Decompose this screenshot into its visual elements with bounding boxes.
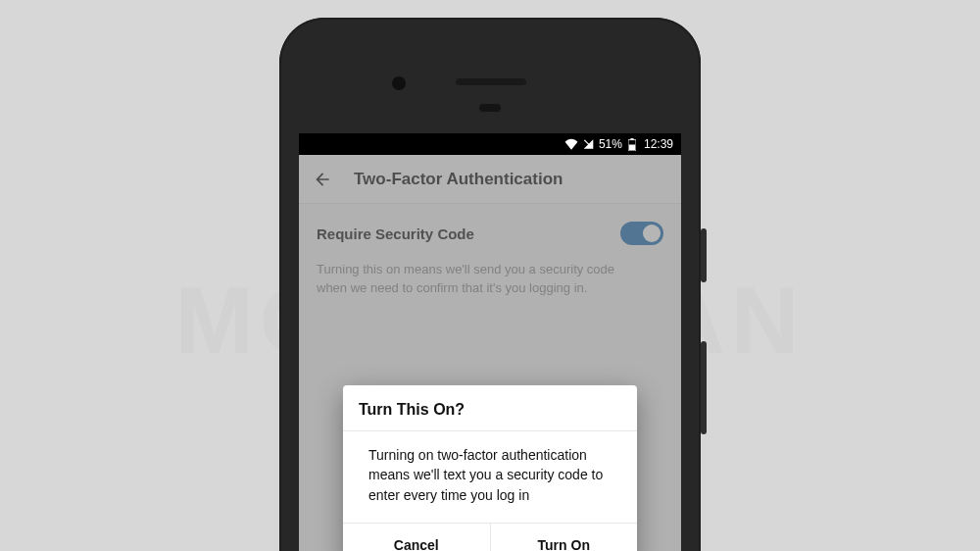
status-time: 12:39 [644, 137, 673, 151]
battery-icon [626, 138, 636, 151]
dialog-body: Turning on two-factor authentication mea… [343, 431, 637, 523]
phone-speaker [456, 78, 526, 85]
phone-frame: 51% 12:39 Two-Factor Authentication Requ… [279, 18, 701, 551]
cell-signal-icon [582, 138, 595, 150]
battery-percent: 51% [599, 137, 622, 151]
dialog-actions: Cancel Turn On [343, 523, 637, 551]
svg-rect-3 [629, 144, 635, 150]
phone-screen: 51% 12:39 Two-Factor Authentication Requ… [299, 133, 681, 551]
cancel-button[interactable]: Cancel [343, 524, 490, 551]
wifi-icon [564, 138, 578, 150]
status-bar: 51% 12:39 [299, 133, 681, 155]
dialog-title: Turn This On? [343, 385, 637, 431]
confirm-dialog: Turn This On? Turning on two-factor auth… [343, 385, 637, 551]
turn-on-button[interactable]: Turn On [490, 524, 638, 551]
phone-sensor [479, 104, 501, 112]
phone-camera [392, 76, 406, 90]
